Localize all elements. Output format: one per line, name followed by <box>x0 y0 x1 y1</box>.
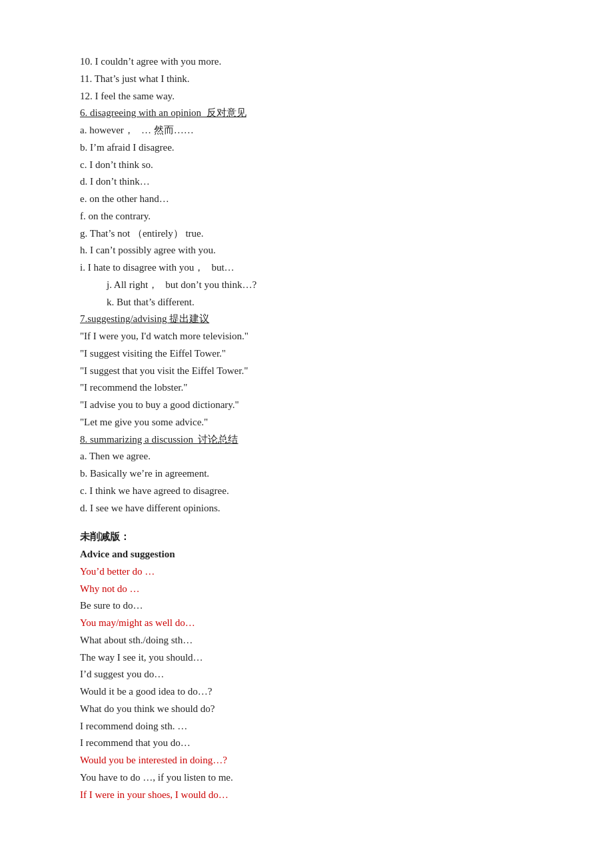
text-line-normal1: Be sure to do… <box>80 597 533 614</box>
text-line-line25: b. Basically we’re in agreement. <box>80 465 533 482</box>
text-line-red1: You’d better do … <box>80 563 533 580</box>
text-line-normal7: I recommend doing sth. … <box>80 718 533 735</box>
text-line-line20: "I recommend the lobster." <box>80 379 533 396</box>
text-line-line22: "Let me give you some advice." <box>80 414 533 431</box>
text-line-line1: 10. I couldn’t agree with you more. <box>80 53 533 70</box>
text-line-line10: f. on the contrary. <box>80 208 533 225</box>
text-line-red4: Would you be interested in doing…? <box>80 752 533 769</box>
text-line-line2: 11. That’s just what I think. <box>80 71 533 87</box>
text-line-line11: g. That’s not （entirely） true. <box>80 225 533 242</box>
text-line-normal6: What do you think we should do? <box>80 701 533 717</box>
text-line-normal2: What about sth./doing sth… <box>80 632 533 649</box>
text-line-red3: You may/might as well do… <box>80 615 533 631</box>
text-line-line4: 6. disagreeing with an opinion 反对意见 <box>80 105 533 121</box>
text-line-line26: c. I think we have agreed to disagree. <box>80 483 533 499</box>
text-line-line9: e. on the other hand… <box>80 191 533 207</box>
text-line-normal5: Would it be a good idea to do…? <box>80 683 533 700</box>
text-line-line21: "I advise you to buy a good dictionary." <box>80 397 533 413</box>
text-line-line8: d. I don’t think… <box>80 173 533 190</box>
text-line-line18: "I suggest visiting the Eiffel Tower." <box>80 345 533 362</box>
text-line-normal3: The way I see it, you should… <box>80 649 533 666</box>
spacer <box>80 517 533 529</box>
text-line-advice-heading: Advice and suggestion <box>80 546 533 563</box>
text-line-line24: a. Then we agree. <box>80 448 533 465</box>
text-line-line13: i. I hate to disagree with you， but… <box>80 259 533 276</box>
text-line-red2: Why not do … <box>80 581 533 597</box>
text-line-red5: If I were in your shoes, I would do… <box>80 787 533 803</box>
text-line-line3: 12. I feel the same way. <box>80 88 533 105</box>
text-line-line19: "I suggest that you visit the Eiffel Tow… <box>80 363 533 379</box>
text-line-line23: 8. summarizing a discussion 讨论总结 <box>80 431 533 448</box>
text-line-line7: c. I don’t think so. <box>80 157 533 173</box>
text-line-line5: a. however， … 然而…… <box>80 122 533 139</box>
text-line-normal8: I recommend that you do… <box>80 735 533 751</box>
main-content: 10. I couldn’t agree with you more.11. T… <box>80 53 533 803</box>
text-line-line6: b. I’m afraid I disagree. <box>80 139 533 156</box>
text-line-uncut-heading: 未削减版： <box>80 529 533 545</box>
text-line-line27: d. I see we have different opinions. <box>80 500 533 517</box>
text-line-line14: j. All right， but don’t you think…? <box>80 277 533 293</box>
text-line-line17: "If I were you, I'd watch more televisio… <box>80 328 533 345</box>
text-line-normal9: You have to do …, if you listen to me. <box>80 769 533 786</box>
text-line-normal4: I’d suggest you do… <box>80 666 533 683</box>
text-line-line15: k. But that’s different. <box>80 294 533 311</box>
text-line-line16: 7.suggesting/advising 提出建议 <box>80 311 533 327</box>
text-line-line12: h. I can’t possibly agree with you. <box>80 242 533 259</box>
